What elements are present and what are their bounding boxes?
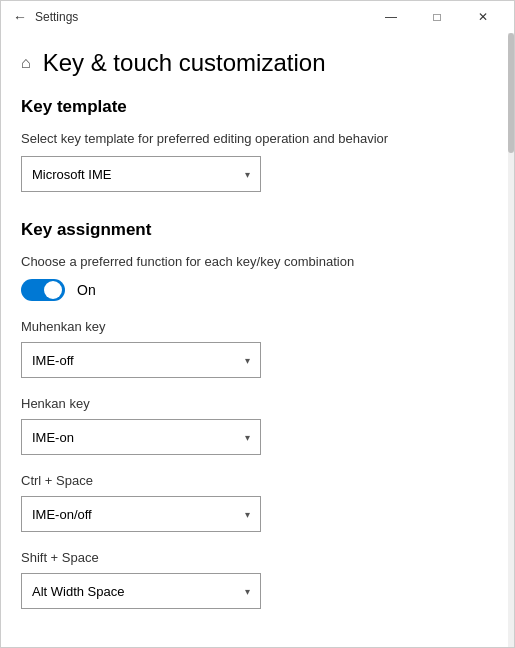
toggle-thumb bbox=[44, 281, 62, 299]
ctrl-space-dropdown[interactable]: IME-on/off ▾ bbox=[21, 496, 261, 532]
henkan-key-value: IME-on bbox=[32, 430, 74, 445]
page-title: Key & touch customization bbox=[43, 49, 326, 77]
content: ⌂ Key & touch customization Key template… bbox=[1, 33, 514, 647]
henkan-key-arrow: ▾ bbox=[245, 432, 250, 443]
key-template-section: Key template Select key template for pre… bbox=[21, 97, 494, 192]
shift-space-value: Alt Width Space bbox=[32, 584, 125, 599]
key-assignment-toggle[interactable] bbox=[21, 279, 65, 301]
key-template-dropdown[interactable]: Microsoft IME ▾ bbox=[21, 156, 261, 192]
henkan-key-label: Henkan key bbox=[21, 396, 494, 411]
toggle-row: On bbox=[21, 279, 494, 301]
toggle-label: On bbox=[77, 282, 96, 298]
shift-space-section: Shift + Space Alt Width Space ▾ bbox=[21, 550, 494, 609]
ctrl-space-section: Ctrl + Space IME-on/off ▾ bbox=[21, 473, 494, 532]
key-template-description: Select key template for preferred editin… bbox=[21, 131, 494, 146]
minimize-button[interactable]: — bbox=[368, 1, 414, 33]
shift-space-label: Shift + Space bbox=[21, 550, 494, 565]
shift-space-arrow: ▾ bbox=[245, 586, 250, 597]
title-bar: ← Settings — □ ✕ bbox=[1, 1, 514, 33]
ctrl-space-label: Ctrl + Space bbox=[21, 473, 494, 488]
title-bar-controls: — □ ✕ bbox=[368, 1, 506, 33]
ctrl-space-arrow: ▾ bbox=[245, 509, 250, 520]
ctrl-space-value: IME-on/off bbox=[32, 507, 92, 522]
close-button[interactable]: ✕ bbox=[460, 1, 506, 33]
key-template-title: Key template bbox=[21, 97, 494, 117]
muhenkan-key-value: IME-off bbox=[32, 353, 74, 368]
shift-space-dropdown[interactable]: Alt Width Space ▾ bbox=[21, 573, 261, 609]
key-assignment-title: Key assignment bbox=[21, 220, 494, 240]
page-header: ⌂ Key & touch customization bbox=[21, 33, 494, 97]
henkan-key-dropdown[interactable]: IME-on ▾ bbox=[21, 419, 261, 455]
back-button[interactable]: ← bbox=[13, 9, 27, 25]
home-icon[interactable]: ⌂ bbox=[21, 54, 31, 72]
maximize-button[interactable]: □ bbox=[414, 1, 460, 33]
key-template-dropdown-arrow: ▾ bbox=[245, 169, 250, 180]
muhenkan-key-dropdown[interactable]: IME-off ▾ bbox=[21, 342, 261, 378]
content-wrapper: ⌂ Key & touch customization Key template… bbox=[1, 33, 514, 647]
key-template-dropdown-value: Microsoft IME bbox=[32, 167, 111, 182]
key-assignment-description: Choose a preferred function for each key… bbox=[21, 254, 494, 269]
muhenkan-key-arrow: ▾ bbox=[245, 355, 250, 366]
muhenkan-key-section: Muhenkan key IME-off ▾ bbox=[21, 319, 494, 378]
title-bar-left: ← Settings bbox=[13, 9, 78, 25]
muhenkan-key-label: Muhenkan key bbox=[21, 319, 494, 334]
key-assignment-section: Key assignment Choose a preferred functi… bbox=[21, 220, 494, 609]
henkan-key-section: Henkan key IME-on ▾ bbox=[21, 396, 494, 455]
scrollbar-thumb[interactable] bbox=[508, 33, 514, 153]
title-bar-title: Settings bbox=[35, 10, 78, 24]
scrollbar-track[interactable] bbox=[508, 33, 514, 647]
window: ← Settings — □ ✕ ⌂ Key & touch customiza… bbox=[0, 0, 515, 648]
